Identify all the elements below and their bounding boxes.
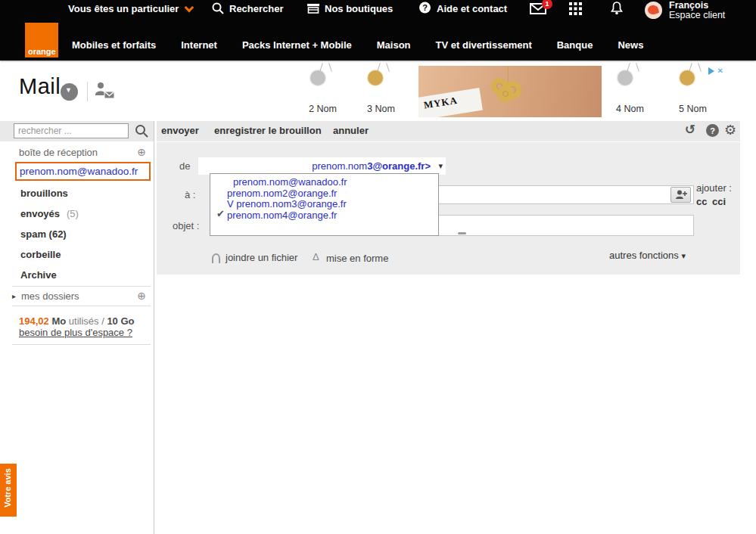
from-option-2[interactable]: prenom.nom2@orange.fr (210, 188, 438, 200)
avatar[interactable] (645, 2, 662, 19)
mail-menu-button[interactable] (61, 83, 78, 101)
search-input[interactable] (14, 123, 129, 138)
send-button[interactable]: envoyer (161, 125, 199, 136)
more-space-link[interactable]: besoin de plus d'espace ? (19, 327, 132, 338)
cci-link[interactable]: cci (712, 196, 726, 207)
check-icon: ✔ (216, 208, 225, 219)
feedback-label: Votre avis (3, 468, 12, 508)
chevron-down-icon (185, 3, 194, 13)
divider (12, 286, 151, 287)
mail-notification-icon[interactable]: 1 (530, 3, 546, 14)
audience-label: Vous êtes un particulier (68, 3, 179, 14)
add-contact-button[interactable] (670, 187, 691, 203)
from-address-dropdown: prenom.nom@wanadoo.fr prenom.nom2@orange… (210, 173, 439, 236)
contacts-icon[interactable] (95, 82, 115, 100)
help-contact-link[interactable]: Aide et contact (437, 3, 507, 14)
apps-grid-icon[interactable] (569, 2, 582, 15)
divider (12, 306, 151, 306)
subject-label: objet : (173, 220, 199, 231)
sidebar-toolbar (0, 121, 154, 141)
from-option-1[interactable]: prenom.nom@wanadoo.fr (210, 177, 438, 188)
compose-toolbar: envoyer enregistrer le brouillon annuler… (157, 121, 740, 141)
unread-badge: 1 (542, 0, 552, 9)
account-button[interactable]: François Espace client (669, 1, 725, 20)
format-button[interactable]: mise en forme (326, 253, 388, 264)
nav-item-internet[interactable]: Internet (181, 39, 217, 51)
history-icon[interactable]: ↺ (685, 122, 695, 138)
from-option-3[interactable]: V prenom.nom3@orange.fr (210, 199, 438, 210)
nav-item-tv[interactable]: TV et divertissement (436, 39, 532, 51)
obscured-icon (458, 232, 466, 234)
ad-label: 4 Nom (616, 104, 644, 114)
help-icon[interactable]: ? (706, 124, 719, 137)
storage-usage: 194,02 Mo utilisés / 10 Go (19, 315, 135, 327)
from-field[interactable]: prenom.nom3@orange.fr> ▾ (198, 157, 446, 175)
shops-link[interactable]: Nos boutiques (325, 3, 393, 14)
from-label: de (179, 160, 190, 172)
ad-pendant-silver-2 (310, 70, 325, 85)
chevron-down-icon: ▾ (681, 251, 686, 260)
page-title: Mail (19, 74, 61, 99)
nav-item-packs[interactable]: Packs Internet + Mobile (242, 39, 352, 51)
ad-banner[interactable]: 2 Nom 3 Nom MYKA 4 Nom 5 Nom ✕ (303, 66, 725, 117)
search-link[interactable]: Rechercher (229, 3, 284, 14)
ad-pendant-gold-3 (368, 70, 383, 85)
settings-gear-icon[interactable]: ⚙ (724, 122, 736, 138)
ad-label: 2 Nom (309, 104, 337, 114)
ad-close-icon[interactable]: ✕ (717, 67, 723, 75)
bell-icon[interactable] (611, 2, 623, 15)
format-icon[interactable]: Δ (313, 251, 319, 262)
divider (87, 82, 88, 101)
ad-pendant-silver-4 (618, 70, 633, 85)
ad-pendant-gold-5 (680, 70, 695, 85)
orange-logo[interactable]: orange (25, 23, 58, 57)
attach-file-button[interactable]: joindre un fichier (226, 252, 297, 263)
to-label: à : (185, 189, 195, 200)
from-option-4[interactable]: prenom.nom4@orange.fr (210, 210, 438, 222)
divider (154, 121, 154, 534)
ad-photo: MYKA (418, 66, 602, 117)
nav-item-news[interactable]: News (618, 39, 643, 51)
search-icon[interactable] (135, 124, 148, 138)
sent-count: (5) (67, 208, 79, 219)
compose-actions-row: joindre un fichier Δ mise en forme autre… (157, 250, 740, 265)
site-header: Vous êtes un particulier Rechercher Nos … (0, 0, 756, 61)
add-folder-icon[interactable]: ⊕ (137, 146, 146, 158)
cc-link[interactable]: cc (696, 196, 707, 207)
add-label: ajouter : (696, 182, 732, 194)
svg-text:?: ? (422, 3, 428, 12)
feedback-tab[interactable]: Votre avis (0, 464, 17, 517)
main-nav: Mobiles et forfaits Internet Packs Inter… (72, 39, 643, 51)
save-draft-button[interactable]: enregistrer le brouillon (214, 125, 322, 136)
search-icon[interactable] (212, 2, 224, 14)
ad-label: 5 Nom (679, 104, 707, 114)
help-contact-icon[interactable]: ? (418, 2, 431, 14)
audience-menu[interactable]: Vous êtes un particulier (68, 3, 191, 14)
chevron-down-icon: ▾ (438, 161, 443, 171)
paperclip-icon[interactable] (212, 251, 220, 265)
adchoices-icon[interactable] (708, 67, 715, 75)
cancel-button[interactable]: annuler (333, 125, 369, 136)
sidebar-item-account-selected[interactable]: prenom.nom@wanadoo.fr (15, 162, 151, 181)
from-value: prenom.nom3@orange.fr> (312, 160, 431, 172)
nav-item-banque[interactable]: Banque (557, 39, 593, 51)
add-folder-icon[interactable]: ⊕ (137, 290, 146, 302)
user-space-label: Espace client (669, 11, 725, 20)
divider (12, 344, 151, 345)
shop-icon[interactable] (306, 2, 320, 14)
expand-triangle-icon[interactable]: ▸ (12, 292, 16, 300)
ad-label: 3 Nom (367, 104, 395, 114)
more-functions-button[interactable]: autres fonctions ▾ (609, 250, 686, 261)
nav-item-mobiles[interactable]: Mobiles et forfaits (72, 39, 156, 51)
nav-item-maison[interactable]: Maison (377, 39, 411, 51)
ad-brand-logo: MYKA (418, 88, 483, 117)
